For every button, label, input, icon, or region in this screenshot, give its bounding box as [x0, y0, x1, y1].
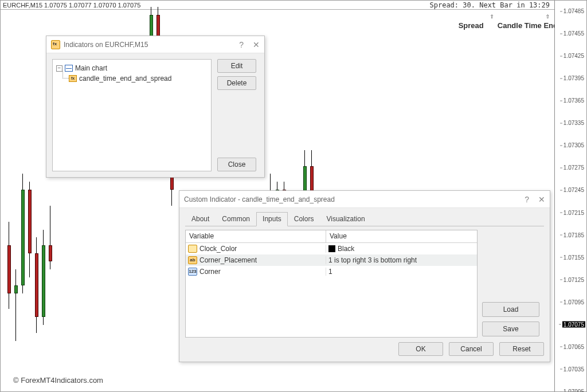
indicators-dialog: Indicators on EURCHF,M15 ? ✕ − Main char… [46, 36, 265, 178]
candle [49, 206, 52, 269]
tab-strip: AboutCommonInputsColorsVisualization [185, 211, 544, 226]
price-tick: 1.07275 [563, 164, 584, 171]
custom-indicator-title: Custom Indicator - candle_time_end_and_s… [184, 195, 335, 203]
candle [7, 222, 11, 309]
grid-row[interactable]: Corner1 [186, 266, 477, 277]
price-tick: 1.07455 [563, 30, 584, 37]
grid-header-value: Value [326, 230, 477, 242]
candle [21, 174, 25, 293]
price-tick: 1.07125 [563, 276, 584, 283]
variable-name: Corner_Placement [199, 256, 257, 264]
price-tick: 1.07215 [563, 209, 584, 215]
price-tick: 1.07245 [563, 187, 584, 193]
string-type-icon [188, 256, 197, 264]
int-type-icon [188, 268, 197, 276]
candle [14, 269, 18, 341]
tab-colors[interactable]: Colors [288, 212, 320, 226]
load-button[interactable]: Load [482, 302, 539, 317]
tab-inputs[interactable]: Inputs [256, 212, 288, 226]
price-tick: 1.07185 [563, 232, 584, 238]
price-tick: 1.07065 [563, 343, 584, 350]
variable-name: Corner [199, 268, 221, 276]
price-tick: 1.07395 [563, 75, 584, 81]
price-axis: 1.074851.074551.074251.073951.073651.073… [554, 1, 586, 391]
variable-value: 1 [328, 268, 332, 276]
help-icon[interactable]: ? [525, 195, 529, 204]
indicators-titlebar[interactable]: Indicators on EURCHF,M15 ? ✕ [46, 36, 264, 53]
reset-button[interactable]: Reset [499, 342, 544, 356]
ok-button[interactable]: OK [398, 342, 443, 356]
close-button[interactable]: Close [217, 158, 256, 171]
candle [28, 182, 32, 277]
price-tick: 1.07365 [563, 97, 584, 104]
fx-icon [51, 40, 60, 49]
variable-name: Clock_Color [199, 245, 237, 253]
tree-item-label: candle_time_end_and_spread [79, 75, 171, 83]
price-tick: 1.07005 [563, 389, 584, 393]
candle [35, 237, 38, 333]
delete-button[interactable]: Delete [217, 76, 256, 90]
price-tick: 1.07485 [563, 8, 584, 14]
grid-row[interactable]: Corner_Placement1 is top right 3 is bott… [186, 254, 477, 266]
indicators-title: Indicators on EURCHF,M15 [64, 41, 148, 49]
grid-row[interactable]: Clock_ColorBlack [186, 243, 477, 254]
candle [42, 230, 45, 326]
tree-root[interactable]: − Main chart [56, 63, 208, 73]
close-icon[interactable]: ✕ [538, 195, 545, 204]
indicator-tree[interactable]: − Main chart fx candle_time_end_and_spre… [52, 59, 212, 171]
price-tick: 1.07305 [563, 142, 584, 148]
tab-about[interactable]: About [185, 212, 216, 226]
tree-item-indicator[interactable]: fx candle_time_end_and_spread [69, 73, 208, 84]
tree-collapse-icon[interactable]: − [56, 65, 62, 72]
spread-readout: Spread: 30. Next Bar in 13:29 [429, 1, 550, 9]
color-swatch [328, 245, 335, 252]
grid-header: Variable Value [186, 230, 477, 243]
grid-header-variable: Variable [186, 230, 326, 242]
cancel-button[interactable]: Cancel [449, 342, 494, 356]
close-icon[interactable]: ✕ [253, 40, 260, 49]
tab-visualization[interactable]: Visualization [320, 212, 371, 226]
tab-common[interactable]: Common [216, 212, 256, 226]
price-tick: 1.07155 [563, 254, 584, 260]
watermark: © ForexMT4Indicators.com [13, 376, 103, 385]
variable-value: 1 is top right 3 is bottom right [328, 256, 417, 264]
help-icon[interactable]: ? [239, 40, 244, 49]
price-tick: 1.07075 [562, 321, 585, 327]
edit-button[interactable]: Edit [217, 59, 256, 73]
price-tick: 1.07425 [563, 53, 584, 59]
tree-root-label: Main chart [75, 64, 107, 72]
price-tick: 1.07035 [563, 366, 584, 372]
custom-indicator-dialog: Custom Indicator - candle_time_end_and_s… [179, 190, 550, 362]
price-tick: 1.07335 [563, 120, 584, 126]
price-tick: 1.07095 [563, 299, 584, 305]
variable-value: Black [338, 245, 354, 253]
color-type-icon [188, 245, 197, 253]
fx-icon: fx [69, 75, 77, 82]
inputs-grid[interactable]: Variable Value Clock_ColorBlackCorner_Pl… [185, 230, 478, 338]
custom-indicator-titlebar[interactable]: Custom Indicator - candle_time_end_and_s… [179, 191, 550, 208]
save-button[interactable]: Save [482, 322, 539, 336]
